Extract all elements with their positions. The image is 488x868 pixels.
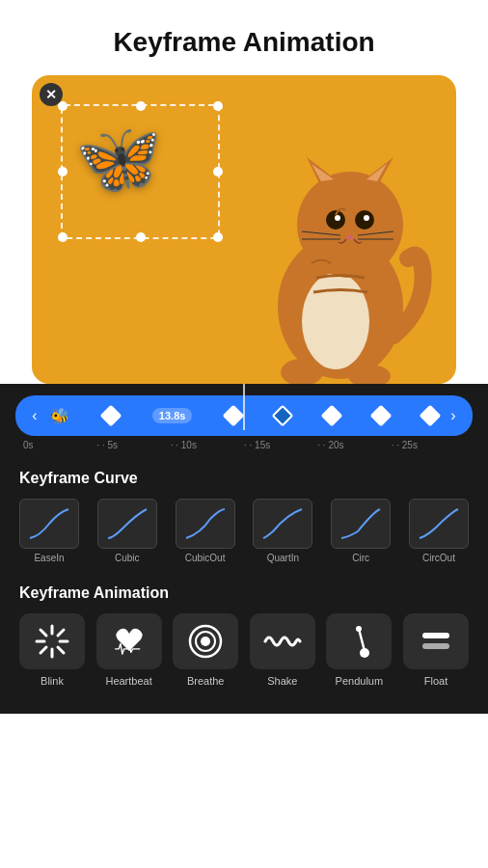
svg-line-23 <box>58 647 64 653</box>
anim-heartbeat-box <box>96 613 162 669</box>
anim-heartbeat-label: Heartbeat <box>105 675 151 687</box>
curve-easein[interactable]: EaseIn <box>19 499 79 563</box>
curve-cubic-label: Cubic <box>115 553 140 563</box>
curve-circout-label: CircOut <box>422 553 455 563</box>
handle-mr[interactable] <box>213 167 223 176</box>
keyframe-6[interactable] <box>420 405 442 427</box>
keyframe-curve-section: Keyframe Curve EaseIn Cubic <box>0 456 488 571</box>
anim-blink-label: Blink <box>41 675 64 687</box>
handle-br[interactable] <box>213 232 223 242</box>
anim-blink-box <box>19 613 85 669</box>
anim-breathe[interactable]: Breathe <box>173 613 238 687</box>
svg-line-25 <box>41 647 46 653</box>
handle-bl[interactable] <box>58 232 68 242</box>
anim-shake-label: Shake <box>267 675 297 687</box>
anim-pendulum-label: Pendulum <box>336 675 384 687</box>
curve-quartin-box <box>253 499 312 549</box>
close-button[interactable]: ✕ <box>40 83 63 106</box>
timeline-area: ‹ 🐝 13.8s › 0s · · 5s · · 10s · · 15s · … <box>0 384 488 456</box>
curve-easein-box <box>19 499 79 549</box>
anim-float[interactable]: Float <box>403 613 469 687</box>
handle-ml[interactable] <box>58 167 68 176</box>
curve-circout-box <box>409 499 469 549</box>
svg-line-30 <box>359 629 365 651</box>
keyframe-animation-section: Keyframe Animation Blink <box>0 571 488 694</box>
keyframe-curve-title: Keyframe Curve <box>19 470 469 487</box>
ruler-15s: · · 15s <box>244 440 317 450</box>
handle-tl[interactable] <box>58 101 68 111</box>
svg-point-1 <box>302 273 369 369</box>
cat-image <box>244 114 437 384</box>
svg-rect-33 <box>422 643 449 649</box>
handle-tm[interactable] <box>136 101 146 111</box>
curve-circ-box <box>331 499 391 549</box>
curve-quartin-label: QuartIn <box>267 553 299 563</box>
anim-float-label: Float <box>424 675 447 687</box>
anim-blink[interactable]: Blink <box>19 613 85 687</box>
curve-cubic[interactable]: Cubic <box>97 499 157 563</box>
svg-rect-32 <box>422 633 449 638</box>
keyframe-1[interactable] <box>100 405 122 427</box>
svg-line-24 <box>58 630 64 636</box>
anim-breathe-box <box>173 613 238 669</box>
curve-cubic-box <box>97 499 157 549</box>
page-title: Keyframe Animation <box>0 0 488 75</box>
svg-point-31 <box>360 648 369 658</box>
butterfly-sticker[interactable]: 🦋 <box>75 123 162 193</box>
ruler-20s: · · 20s <box>317 440 391 450</box>
curve-circ-label: Circ <box>352 553 369 563</box>
keyframe-3-active[interactable] <box>272 405 294 427</box>
curve-grid: EaseIn Cubic CubicOut Q <box>19 499 469 563</box>
ruler-10s: · · 10s <box>171 440 244 450</box>
keyframe-4[interactable] <box>321 405 343 427</box>
curve-cubicout-label: CubicOut <box>185 553 226 563</box>
keyframe-animation-title: Keyframe Animation <box>19 584 469 602</box>
timeline-nav-left[interactable]: ‹ <box>23 404 46 427</box>
anim-heartbeat[interactable]: Heartbeat <box>96 613 162 687</box>
playhead <box>243 384 245 430</box>
bottom-panel: ‹ 🐝 13.8s › 0s · · 5s · · 10s · · 15s · … <box>0 384 488 714</box>
anim-breathe-label: Breathe <box>187 675 225 687</box>
video-preview: ✕ 🦋 <box>32 75 456 384</box>
ruler-5s: · · 5s <box>96 440 170 450</box>
anim-shake[interactable]: Shake <box>250 613 315 687</box>
bee-icon: 🐝 <box>50 407 69 425</box>
ruler-25s: · · 25s <box>392 440 465 450</box>
timeline-nav-right[interactable]: › <box>442 404 465 427</box>
anim-shake-box <box>250 613 315 669</box>
ruler-0s: 0s <box>23 440 96 450</box>
curve-cubicout-box <box>176 499 235 549</box>
timeline-ruler: 0s · · 5s · · 10s · · 15s · · 20s · · 25… <box>15 436 473 450</box>
curve-circ[interactable]: Circ <box>331 499 391 563</box>
keyframe-5[interactable] <box>370 405 393 427</box>
svg-point-10 <box>364 215 369 221</box>
anim-pendulum-box <box>326 613 392 669</box>
svg-point-9 <box>335 215 340 221</box>
handle-tr[interactable] <box>213 101 223 111</box>
anim-grid: Blink Heartbeat <box>19 613 469 687</box>
anim-pendulum[interactable]: Pendulum <box>326 613 392 687</box>
curve-cubicout[interactable]: CubicOut <box>176 499 235 563</box>
anim-float-box <box>403 613 469 669</box>
handle-bm[interactable] <box>136 232 146 242</box>
svg-point-28 <box>201 637 210 646</box>
keyframe-2[interactable] <box>223 405 245 427</box>
curve-quartin[interactable]: QuartIn <box>253 499 312 563</box>
curve-circout[interactable]: CircOut <box>409 499 469 563</box>
svg-line-22 <box>41 630 46 636</box>
curve-easein-label: EaseIn <box>34 553 64 563</box>
timeline-badge: 13.8s <box>152 408 193 423</box>
